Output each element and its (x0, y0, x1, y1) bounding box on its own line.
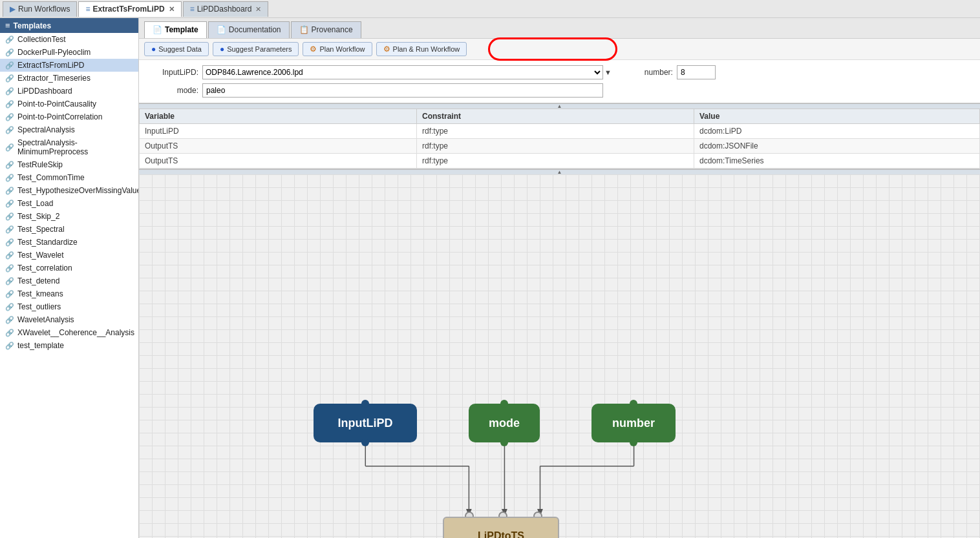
suggest-params-button[interactable]: ● Suggest Parameters (213, 42, 299, 56)
sidebar-item-test-load[interactable]: 🔗 Test_Load (0, 197, 138, 210)
port-inputlipd-bottom[interactable] (361, 439, 369, 446)
link-icon-19: 🔗 (5, 290, 14, 298)
close-lipd-dashboard[interactable]: ✕ (255, 5, 261, 14)
mode-input[interactable] (202, 83, 603, 98)
sidebar-item-dockerpull[interactable]: 🔗 DockerPull-Pyleoclim (0, 46, 138, 59)
close-extract-ts[interactable]: ✕ (169, 5, 175, 14)
node-inputlipd[interactable]: InputLiPD (314, 404, 417, 442)
input-lipd-select[interactable]: ODP846.Lawrence.2006.lpd (202, 65, 603, 79)
sidebar-item-xwavelet-coherence[interactable]: 🔗 XWavelet__Coherence__Analysis (0, 326, 138, 339)
link-icon-23: 🔗 (5, 342, 14, 350)
plan-run-workflow-button[interactable]: ⚙ Plan & Run Workflow (376, 42, 467, 56)
tab-extract-ts[interactable]: ≡ ExtractTsFromLiPD ✕ (78, 1, 181, 17)
port-mode-bottom[interactable] (500, 439, 508, 446)
col-value: Value (694, 109, 980, 124)
sidebar-item-test-spectral[interactable]: 🔗 Test_Spectral (0, 223, 138, 236)
table-row: InputLiPD rdf:type dcdom:LiPD (140, 124, 980, 139)
col-variable: Variable (140, 109, 417, 124)
link-icon-13: 🔗 (5, 212, 14, 221)
template-tab-icon: 📄 (153, 25, 162, 34)
sidebar-header: ≡ Templates (0, 18, 138, 33)
link-icon-5: 🔗 (5, 100, 14, 109)
row2-value: dcdom:JSONFile (694, 139, 980, 154)
suggest-params-icon: ● (220, 45, 224, 54)
port-number-top[interactable] (630, 400, 637, 408)
link-icon-11: 🔗 (5, 187, 14, 195)
lipd-dashboard-icon: ≡ (190, 5, 195, 14)
link-icon-10: 🔗 (5, 174, 14, 182)
link-icon-0: 🔗 (5, 36, 14, 44)
row1-variable: InputLiPD (140, 124, 417, 139)
documentation-tab-icon: 📄 (217, 25, 226, 34)
extract-ts-icon: ≡ (85, 5, 90, 14)
number-input[interactable] (677, 65, 716, 79)
sidebar-item-test-template[interactable]: 🔗 test_template (0, 339, 138, 352)
sidebar-item-point-causality[interactable]: 🔗 Point-to-PointCausality (0, 98, 138, 110)
node-lipdtots[interactable]: LiPDtoTS (443, 517, 559, 538)
run-workflows-icon: ▶ (10, 5, 16, 14)
content-area: 📄 Template 📄 Documentation 📋 Provenance … (139, 18, 980, 538)
row1-constraint: rdf:type (417, 124, 694, 139)
link-icon-17: 🔗 (5, 264, 14, 273)
port-inputlipd-top[interactable] (361, 400, 369, 408)
sidebar-item-test-outliers[interactable]: 🔗 Test_outliers (0, 300, 138, 313)
tab-provenance[interactable]: 📋 Provenance (291, 21, 361, 38)
link-icon-20: 🔗 (5, 303, 14, 311)
link-icon-4: 🔗 (5, 87, 14, 96)
link-icon-22: 🔗 (5, 329, 14, 337)
sidebar-item-test-hypothesize[interactable]: 🔗 Test_HypothesizeOverMissingValues (0, 184, 138, 197)
workflow-graph: InputLiPD mode number (139, 174, 980, 538)
vertical-splitter[interactable]: ▲ (139, 103, 980, 109)
top-tab-bar: ▶ Run Workflows ≡ ExtractTsFromLiPD ✕ ≡ … (0, 0, 980, 18)
tab-run-workflows[interactable]: ▶ Run Workflows (3, 1, 77, 17)
workflow-connections (139, 174, 980, 538)
sidebar-item-test-standardize[interactable]: 🔗 Test_Standardize (0, 236, 138, 249)
number-label: number: (637, 68, 673, 77)
sidebar-item-testruleskip[interactable]: 🔗 TestRuleSkip (0, 158, 138, 171)
row1-value: dcdom:LiPD (694, 124, 980, 139)
tab-template[interactable]: 📄 Template (144, 21, 207, 38)
tab-lipd-dashboard[interactable]: ≡ LiPDDashboard ✕ (183, 1, 269, 17)
sidebar-item-extractor-timeseries[interactable]: 🔗 Extractor_Timeseries (0, 72, 138, 85)
sidebar-item-extracttsfromlipd[interactable]: 🔗 ExtractTsFromLiPD (0, 59, 138, 72)
row2-variable: OutputTS (140, 139, 417, 154)
input-lipd-label: InputLiPD: (147, 68, 198, 77)
sidebar-item-test-kmeans[interactable]: 🔗 Test_kmeans (0, 287, 138, 300)
plan-workflow-button[interactable]: ⚙ Plan Workflow (303, 42, 372, 56)
sidebar-item-test-correlation[interactable]: 🔗 Test_correlation (0, 262, 138, 274)
sidebar-item-wavelet-analysis[interactable]: 🔗 WaveletAnalysis (0, 313, 138, 326)
row3-value: dcdom:TimeSeries (694, 154, 980, 169)
link-icon-7: 🔗 (5, 126, 14, 134)
sidebar-item-test-wavelet[interactable]: 🔗 Test_Wavelet (0, 249, 138, 262)
sidebar-item-collectiontest[interactable]: 🔗 CollectionTest (0, 33, 138, 46)
sidebar-item-lipddashboard[interactable]: 🔗 LiPDDashboard (0, 85, 138, 98)
sidebar-item-spectralanalysis-min[interactable]: 🔗 SpectralAnalysis-MinimumPreprocess (0, 136, 138, 158)
node-number[interactable]: number (591, 404, 676, 442)
graph-splitter[interactable]: ▲ (139, 169, 980, 174)
params-area: InputLiPD: ODP846.Lawrence.2006.lpd ▼ nu… (139, 60, 980, 103)
link-icon-2: 🔗 (5, 61, 14, 70)
mode-label: mode: (147, 86, 198, 95)
node-mode[interactable]: mode (469, 404, 540, 442)
constraint-table: Variable Constraint Value InputLiPD rdf:… (139, 109, 980, 169)
suggest-data-button[interactable]: ● Suggest Data (144, 42, 209, 56)
link-icon-18: 🔗 (5, 277, 14, 285)
link-icon-9: 🔗 (5, 161, 14, 169)
dropdown-arrow-icon: ▼ (604, 68, 612, 76)
sidebar-item-test-detend[interactable]: 🔗 Test_detend (0, 274, 138, 287)
link-icon-3: 🔗 (5, 74, 14, 83)
port-mode-top[interactable] (500, 400, 508, 408)
sidebar-item-point-correlation[interactable]: 🔗 Point-to-PointCorrelation (0, 110, 138, 123)
tab-documentation[interactable]: 📄 Documentation (208, 21, 290, 38)
sidebar-item-test-skip2[interactable]: 🔗 Test_Skip_2 (0, 210, 138, 223)
plan-workflow-icon: ⚙ (310, 45, 317, 54)
sidebar-item-test-commontime[interactable]: 🔗 Test_CommonTime (0, 171, 138, 184)
sidebar-item-spectralanalysis[interactable]: 🔗 SpectralAnalysis (0, 123, 138, 136)
link-icon-16: 🔗 (5, 251, 14, 260)
sidebar: ≡ Templates 🔗 CollectionTest 🔗 DockerPul… (0, 18, 139, 538)
link-icon-12: 🔗 (5, 200, 14, 208)
row3-variable: OutputTS (140, 154, 417, 169)
sub-tab-bar: 📄 Template 📄 Documentation 📋 Provenance (139, 18, 980, 39)
main-layout: ≡ Templates 🔗 CollectionTest 🔗 DockerPul… (0, 18, 980, 538)
port-number-bottom[interactable] (630, 439, 637, 446)
